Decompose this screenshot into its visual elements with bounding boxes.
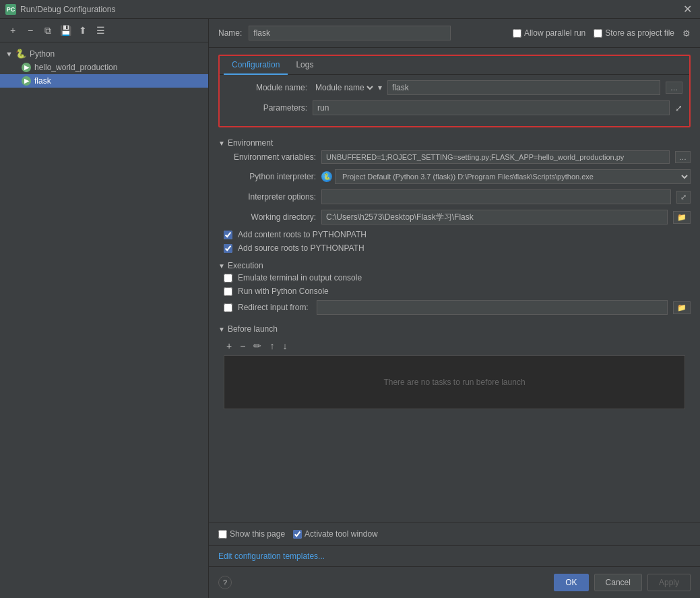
redirect-input-label[interactable]: Redirect input from: xyxy=(238,303,309,312)
add-content-roots-label[interactable]: Add content roots to PYTHONPATH xyxy=(238,230,367,239)
add-source-roots-checkbox[interactable] xyxy=(224,244,232,253)
store-as-project-file-label: Store as project file xyxy=(605,28,674,38)
working-dir-input[interactable] xyxy=(321,210,668,225)
add-content-roots-row: Add content roots to PYTHONPATH xyxy=(218,230,691,239)
module-type-dropdown[interactable]: Module name Script path ▾ xyxy=(313,82,382,93)
run-python-console-label[interactable]: Run with Python Console xyxy=(238,287,329,296)
copy-config-button[interactable]: ⧉ xyxy=(40,23,55,38)
redirect-input-field[interactable] xyxy=(317,300,668,315)
python-icon: 🐍 xyxy=(15,49,26,59)
before-launch-section-header[interactable]: ▼ Before launch xyxy=(218,320,691,336)
config-form: Module name: Module name Script path ▾ … xyxy=(220,75,689,126)
emulate-terminal-row: Emulate terminal in output console xyxy=(218,273,691,282)
edit-configuration-templates-link[interactable]: Edit configuration templates... xyxy=(218,551,325,561)
parameters-label: Parameters: xyxy=(226,103,307,113)
env-vars-button[interactable]: … xyxy=(675,151,691,163)
sort-config-button[interactable]: ☰ xyxy=(93,23,108,38)
tree-item-flask[interactable]: ▶ flask xyxy=(0,74,208,88)
tab-logs[interactable]: Logs xyxy=(288,56,321,75)
environment-section-header[interactable]: ▼ Environment xyxy=(218,134,691,150)
parameters-input[interactable] xyxy=(313,100,670,115)
interpreter-options-expand-button[interactable]: ⤢ xyxy=(676,191,691,204)
save-config-button[interactable]: 💾 xyxy=(58,23,73,38)
add-config-button[interactable]: + xyxy=(5,23,20,38)
sidebar-tree: ▼ 🐍 Python ▶ hello_world_production ▶ fl… xyxy=(0,42,208,598)
activate-tool-window-label[interactable]: Activate tool window xyxy=(293,529,378,539)
show-this-page-checkbox[interactable] xyxy=(218,530,227,539)
show-this-page-label[interactable]: Show this page xyxy=(218,529,285,539)
remove-config-button[interactable]: − xyxy=(23,23,38,38)
name-input[interactable] xyxy=(249,26,451,40)
dropdown-arrow: ▾ xyxy=(378,83,382,92)
before-launch-add-button[interactable]: + xyxy=(224,339,234,353)
execution-section-header[interactable]: ▼ Execution xyxy=(218,257,691,273)
tree-group-label: Python xyxy=(30,49,55,59)
module-browse-button[interactable]: … xyxy=(666,82,682,94)
add-content-roots-checkbox[interactable] xyxy=(224,231,232,239)
ok-button[interactable]: OK xyxy=(554,574,588,591)
env-vars-input[interactable] xyxy=(321,150,670,164)
before-launch-down-button[interactable]: ↓ xyxy=(280,339,290,353)
gear-icon[interactable]: ⚙ xyxy=(682,28,691,38)
module-name-label: Module name: xyxy=(226,83,307,92)
store-as-project-file-checkbox-label[interactable]: Store as project file xyxy=(594,28,674,38)
tree-group-python-header[interactable]: ▼ 🐍 Python xyxy=(0,47,208,61)
close-button[interactable]: ✕ xyxy=(680,3,695,16)
environment-section-label: Environment xyxy=(228,138,273,148)
before-launch-edit-button[interactable]: ✏ xyxy=(251,339,264,353)
before-launch-section: ▼ Before launch + − ✏ ↑ ↓ There are no t… xyxy=(218,320,691,409)
redirect-input-browse-button[interactable]: 📁 xyxy=(673,301,691,314)
interpreter-options-row: Interpreter options: ⤢ xyxy=(218,189,691,204)
dialog: + − ⧉ 💾 ⬆ ☰ ▼ 🐍 Python ▶ hello_world_pro… xyxy=(0,19,700,598)
apply-button[interactable]: Apply xyxy=(647,574,691,591)
env-vars-label: Environment variables: xyxy=(218,152,316,162)
parameters-expand-button[interactable]: ⤢ xyxy=(675,103,682,113)
env-vars-row: Environment variables: … xyxy=(218,150,691,164)
sidebar: + − ⧉ 💾 ⬆ ☰ ▼ 🐍 Python ▶ hello_world_pro… xyxy=(0,19,209,598)
tree-item-hello-world-label: hello_world_production xyxy=(34,63,117,72)
working-dir-browse-button[interactable]: 📁 xyxy=(673,211,691,224)
execution-section-label: Execution xyxy=(228,261,263,270)
emulate-terminal-label[interactable]: Emulate terminal in output console xyxy=(238,273,362,282)
module-name-input[interactable] xyxy=(387,80,660,95)
bottom-row: Show this page Activate tool window xyxy=(209,522,700,545)
before-launch-toolbar: + − ✏ ↑ ↓ xyxy=(218,336,691,355)
interpreter-options-input[interactable] xyxy=(321,189,671,204)
tab-configuration[interactable]: Configuration xyxy=(224,56,288,75)
redirect-input-row: Redirect input from: 📁 xyxy=(218,300,691,315)
move-config-button[interactable]: ⬆ xyxy=(75,23,90,38)
tree-group-python: ▼ 🐍 Python ▶ hello_world_production ▶ fl… xyxy=(0,45,208,89)
execution-chevron: ▼ xyxy=(218,262,225,270)
flask-icon: ▶ xyxy=(22,76,31,86)
scroll-panel: ▼ Environment Environment variables: … P… xyxy=(209,134,700,522)
run-python-console-row: Run with Python Console xyxy=(218,287,691,296)
help-button[interactable]: ? xyxy=(218,576,232,589)
app-icon: PC xyxy=(5,4,16,15)
name-options: Allow parallel run Store as project file… xyxy=(513,28,691,38)
allow-parallel-run-checkbox-label[interactable]: Allow parallel run xyxy=(513,28,585,38)
cancel-button[interactable]: Cancel xyxy=(594,574,642,591)
dialog-title: Run/Debug Configurations xyxy=(20,5,680,14)
interpreter-select[interactable]: Project Default (Python 3.7 (flask)) D:\… xyxy=(335,169,691,184)
name-row: Name: Allow parallel run Store as projec… xyxy=(209,19,700,48)
sidebar-toolbar: + − ⧉ 💾 ⬆ ☰ xyxy=(0,19,208,42)
environment-chevron: ▼ xyxy=(218,140,225,147)
hello-world-icon: ▶ xyxy=(22,63,31,72)
allow-parallel-run-checkbox[interactable] xyxy=(513,29,521,38)
allow-parallel-run-label: Allow parallel run xyxy=(524,28,585,38)
store-as-project-file-checkbox[interactable] xyxy=(594,29,602,38)
before-launch-remove-button[interactable]: − xyxy=(237,339,248,353)
before-launch-up-button[interactable]: ↑ xyxy=(267,339,277,353)
emulate-terminal-checkbox[interactable] xyxy=(224,274,232,282)
bottom-checkboxes: Show this page Activate tool window xyxy=(218,529,378,539)
interpreter-selector: 🐍 Project Default (Python 3.7 (flask)) D… xyxy=(321,169,691,184)
before-launch-empty-text: There are no tasks to run before launch xyxy=(383,378,525,387)
run-python-console-checkbox[interactable] xyxy=(224,287,232,296)
module-type-select[interactable]: Module name Script path xyxy=(313,82,375,93)
interpreter-label: Python interpreter: xyxy=(218,172,316,181)
add-source-roots-row: Add source roots to PYTHONPATH xyxy=(218,243,691,253)
add-source-roots-label[interactable]: Add source roots to PYTHONPATH xyxy=(238,243,364,253)
activate-tool-window-checkbox[interactable] xyxy=(293,530,302,539)
tree-item-hello-world[interactable]: ▶ hello_world_production xyxy=(0,61,208,74)
redirect-input-checkbox[interactable] xyxy=(224,303,232,312)
